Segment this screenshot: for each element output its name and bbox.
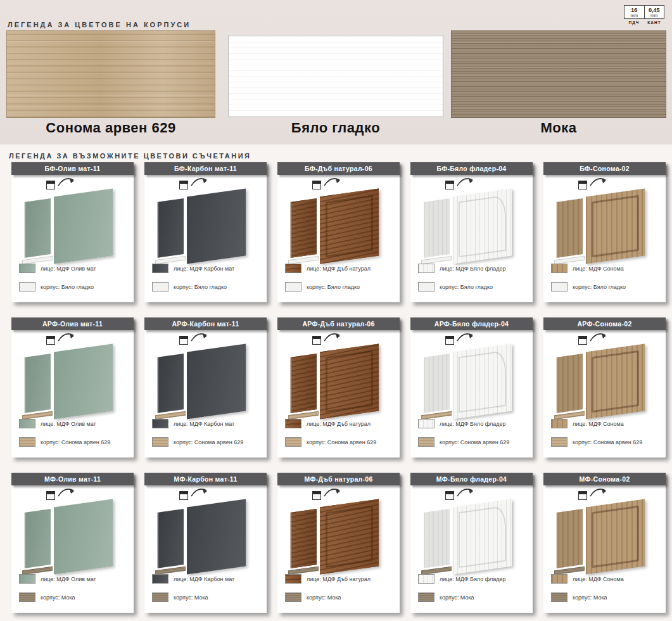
combination-card-title: БФ-Олив мат-11	[11, 162, 134, 175]
face-color-swatch	[418, 574, 434, 584]
face-color-label: лице: МДФ Карбон мат	[174, 266, 234, 272]
door-panel-frame	[326, 195, 373, 258]
card-legend: лице: МДФ Дъб натурал корпус: Бяло гладк…	[285, 264, 396, 300]
hinge-icon	[312, 491, 321, 500]
body-color-label: корпус: Сонома арвен 629	[307, 439, 376, 445]
rotate-arrow-icon	[455, 485, 476, 499]
combination-card: БФ-Дъб натурал-06 лице: МДФ Дъб натурал	[277, 162, 400, 302]
body-color-swatch	[285, 282, 301, 291]
rotate-arrow-icon	[322, 485, 343, 499]
door-panel-side	[423, 198, 450, 258]
face-color-swatch	[551, 574, 567, 584]
hinge-icon	[179, 491, 188, 500]
door-panel-frame	[592, 195, 639, 258]
body-color-label: корпус: Мока	[174, 594, 208, 601]
face-legend-row: лице: МДФ Сонома	[551, 264, 662, 273]
body-legend-row: корпус: Сонома арвен 629	[551, 437, 662, 447]
body-legend-row: корпус: Мока	[551, 592, 662, 602]
board-thickness-cell: 16 mm	[624, 6, 644, 18]
body-legend-row: корпус: Бяло гладко	[551, 282, 662, 291]
door-panel-frame	[326, 350, 373, 413]
combination-card: МФ-Бяло фладер-04 лице: МДФ Бяло фладер	[410, 473, 533, 613]
door-panel-side	[24, 509, 51, 568]
door-panel-illustration	[144, 175, 267, 260]
face-legend-row: лице: МДФ Бяло фладер	[418, 574, 529, 584]
body-color-swatch	[285, 437, 301, 447]
body-color-label: корпус: Мока	[307, 594, 341, 601]
material-thickness-widget: 16 mm 0,45 mm ПДЧ КАНТ	[624, 5, 664, 25]
rotate-arrow-icon	[322, 175, 343, 189]
hinge-icon	[578, 181, 587, 189]
body-color-swatch	[285, 592, 301, 602]
door-panel-side	[556, 509, 583, 568]
door-panel-illustration	[277, 175, 400, 260]
combination-card-body: лице: МДФ Олив мат корпус: Бяло гладко	[11, 175, 134, 302]
door-panel-front	[586, 343, 645, 419]
door-panel-side	[290, 509, 317, 568]
combination-card: АРФ-Сонома-02 лице: МДФ Сонома	[543, 317, 666, 458]
body-color-label: корпус: Бяло гладко	[573, 284, 626, 290]
body-color-label: корпус: Мока	[440, 594, 474, 601]
combination-card-body: лице: МДФ Олив мат корпус: Мока	[11, 485, 134, 613]
card-legend: лице: МДФ Карбон мат корпус: Бяло гладко	[152, 264, 263, 300]
combination-card-title: МФ-Карбон мат-11	[144, 473, 267, 485]
door-panel-side	[157, 354, 184, 413]
door-panel-frame	[592, 506, 639, 568]
face-color-label: лице: МДФ Карбон мат	[174, 421, 234, 427]
face-color-swatch	[152, 264, 168, 273]
face-legend-row: лице: МДФ Олив мат	[19, 264, 130, 273]
hinge-icon	[312, 336, 321, 345]
door-panel-front	[187, 343, 246, 419]
door-panel-front	[54, 188, 113, 264]
card-legend: лице: МДФ Олив мат корпус: Сонома арвен …	[19, 419, 130, 456]
door-panel-front	[54, 499, 113, 574]
face-color-swatch	[551, 419, 567, 428]
face-color-label: лице: МДФ Дъб натурал	[307, 266, 371, 272]
body-color-swatch	[418, 437, 434, 447]
body-color-label: корпус: Сонома арвен 629	[41, 439, 110, 445]
body-color-swatch	[152, 282, 168, 291]
face-color-label: лице: МДФ Бяло фладер	[440, 421, 505, 427]
board-thickness-value: 16	[625, 7, 643, 13]
swatch-sonoma-arven	[6, 30, 215, 118]
rotate-arrow-icon	[455, 175, 476, 189]
thickness-labels: ПДЧ КАНТ	[624, 20, 664, 25]
rotate-arrow-icon	[322, 330, 343, 344]
card-legend: лице: МДФ Дъб натурал корпус: Сонома арв…	[285, 419, 396, 456]
door-panel-front	[586, 499, 645, 574]
combination-card-body: лице: МДФ Дъб натурал корпус: Сонома арв…	[277, 330, 400, 458]
face-color-label: лице: МДФ Сонома	[573, 576, 624, 582]
combination-card-title: БФ-Сонома-02	[543, 162, 666, 175]
edge-material-label: КАНТ	[644, 20, 664, 25]
hinge-icon	[179, 181, 188, 189]
door-panel-frame	[459, 195, 506, 258]
rotate-arrow-icon	[56, 485, 77, 499]
combination-card-title: МФ-Сонома-02	[543, 473, 666, 485]
door-panel-front	[320, 188, 379, 264]
combination-card: БФ-Сонома-02 лице: МДФ Сонома	[543, 162, 666, 302]
door-panel-illustration	[410, 330, 533, 416]
thickness-box: 16 mm 0,45 mm	[624, 5, 664, 19]
rotate-arrow-icon	[455, 330, 476, 344]
door-panel-illustration	[543, 330, 666, 416]
rotate-arrow-icon	[588, 330, 609, 344]
door-panel-illustration	[543, 175, 666, 260]
face-color-swatch	[285, 419, 301, 428]
face-color-label: лице: МДФ Бяло фладер	[440, 576, 505, 582]
door-panel-illustration	[410, 175, 533, 260]
combination-card-title: МФ-Олив мат-11	[11, 473, 134, 485]
card-legend: лице: МДФ Олив мат корпус: Мока	[19, 574, 130, 611]
rotate-arrow-icon	[189, 485, 210, 499]
swatch-byalo-gladko	[228, 35, 443, 117]
combination-card-title: МФ-Дъб натурал-06	[277, 473, 400, 485]
body-color-swatch	[19, 592, 35, 602]
door-panel-side	[24, 354, 51, 413]
body-legend-row: корпус: Бяло гладко	[152, 282, 263, 291]
door-panel-side	[157, 198, 184, 258]
door-panel-front	[320, 343, 379, 419]
hinge-icon	[445, 491, 454, 500]
combination-card: МФ-Дъб натурал-06 лице: МДФ Дъб натурал	[277, 473, 400, 613]
body-legend-row: корпус: Мока	[418, 592, 529, 602]
combination-card: АРФ-Карбон мат-11 лице: МДФ Карбон мат	[144, 317, 267, 458]
rotate-arrow-icon	[588, 175, 609, 189]
